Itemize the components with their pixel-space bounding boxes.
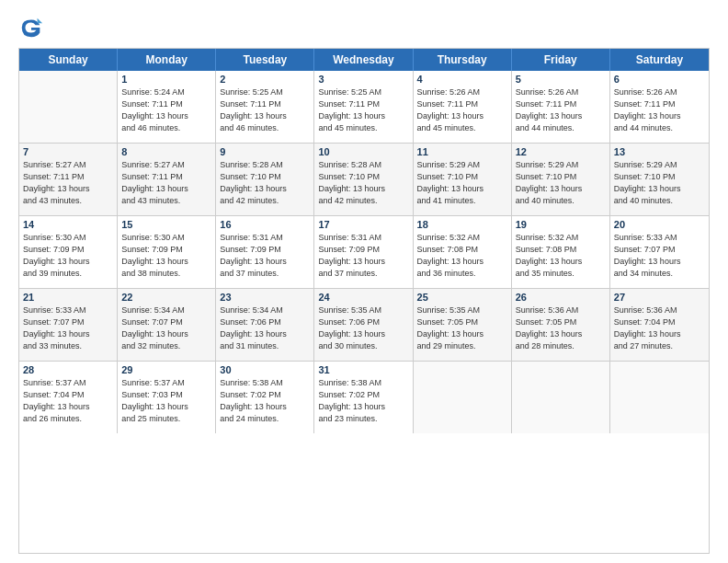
header [18,15,710,40]
cell-info-line: and 31 minutes. [220,340,310,352]
cal-cell: 31Sunrise: 5:38 AMSunset: 7:02 PMDayligh… [314,362,413,433]
cal-cell [19,71,118,143]
cell-info-line: Daylight: 13 hours [318,401,408,413]
cell-info-line: Sunrise: 5:32 AM [516,232,606,244]
cell-info-line: and 40 minutes. [516,195,606,207]
cell-info-line: Sunrise: 5:31 AM [220,232,310,244]
logo [18,15,48,40]
cell-info-line: and 44 minutes. [614,122,705,134]
cal-header-thursday: Thursday [414,49,512,71]
cell-info-line: Daylight: 13 hours [417,183,507,195]
day-number: 2 [220,74,310,85]
cell-info-line: and 24 minutes. [220,413,310,425]
cal-header-saturday: Saturday [610,49,709,71]
cell-info-line: and 33 minutes. [23,340,113,352]
cell-info-line: Sunset: 7:04 PM [614,316,705,328]
cal-week-4: 21Sunrise: 5:33 AMSunset: 7:07 PMDayligh… [19,289,709,362]
day-number: 13 [614,146,705,157]
cal-cell: 26Sunrise: 5:36 AMSunset: 7:05 PMDayligh… [512,289,610,361]
cell-info-line: Sunrise: 5:34 AM [220,304,310,316]
cell-info-line: Sunset: 7:02 PM [220,389,310,401]
cell-info-line: Sunset: 7:11 PM [220,98,310,110]
cell-info-line: Daylight: 13 hours [417,110,507,122]
cell-info-line: Daylight: 13 hours [23,183,113,195]
cell-info-line: Sunrise: 5:36 AM [614,304,705,316]
cell-info-line: and 23 minutes. [318,413,408,425]
cell-info-line: Daylight: 13 hours [318,328,408,340]
cell-info-line: Sunrise: 5:36 AM [516,304,606,316]
cell-info-line: Sunset: 7:10 PM [614,171,705,183]
cell-info-line: Daylight: 13 hours [516,328,606,340]
cell-info-line: Sunset: 7:06 PM [220,316,310,328]
cell-info-line: and 41 minutes. [417,195,507,207]
day-number: 26 [516,292,606,303]
cal-header-wednesday: Wednesday [314,49,413,71]
cell-info-line: Sunset: 7:05 PM [516,316,606,328]
cell-info-line: Daylight: 13 hours [220,401,310,413]
cal-cell: 19Sunrise: 5:32 AMSunset: 7:08 PMDayligh… [512,216,610,288]
cell-info-line: Sunset: 7:09 PM [23,244,113,256]
cell-info-line: and 37 minutes. [318,268,408,280]
cal-cell: 22Sunrise: 5:34 AMSunset: 7:07 PMDayligh… [118,289,216,361]
cell-info-line: Daylight: 13 hours [516,110,606,122]
cell-info-line: Sunrise: 5:25 AM [318,86,408,98]
cell-info-line: Sunrise: 5:37 AM [23,377,113,389]
page: SundayMondayTuesdayWednesdayThursdayFrid… [0,0,728,563]
cell-info-line: Sunset: 7:10 PM [220,171,310,183]
cal-cell: 24Sunrise: 5:35 AMSunset: 7:06 PMDayligh… [314,289,413,361]
cell-info-line: Daylight: 13 hours [220,256,310,268]
cell-info-line: and 45 minutes. [417,122,507,134]
cell-info-line: Sunset: 7:09 PM [318,244,408,256]
cal-cell: 9Sunrise: 5:28 AMSunset: 7:10 PMDaylight… [216,144,314,215]
cal-cell: 4Sunrise: 5:26 AMSunset: 7:11 PMDaylight… [414,71,512,143]
day-number: 10 [318,146,408,157]
cal-header-sunday: Sunday [19,49,118,71]
cal-cell: 14Sunrise: 5:30 AMSunset: 7:09 PMDayligh… [19,216,118,288]
cal-cell [414,362,512,433]
cell-info-line: Sunrise: 5:28 AM [318,159,408,171]
cal-cell: 30Sunrise: 5:38 AMSunset: 7:02 PMDayligh… [216,362,314,433]
cal-cell: 10Sunrise: 5:28 AMSunset: 7:10 PMDayligh… [314,144,413,215]
cell-info-line: Daylight: 13 hours [121,183,211,195]
cell-info-line: Daylight: 13 hours [318,183,408,195]
cal-header-monday: Monday [118,49,216,71]
cal-cell: 21Sunrise: 5:33 AMSunset: 7:07 PMDayligh… [19,289,118,361]
cal-week-5: 28Sunrise: 5:37 AMSunset: 7:04 PMDayligh… [19,362,709,433]
day-number: 31 [318,364,408,375]
cell-info-line: and 32 minutes. [121,340,211,352]
cell-info-line: Sunrise: 5:37 AM [121,377,211,389]
cell-info-line: and 29 minutes. [417,340,507,352]
cal-cell: 25Sunrise: 5:35 AMSunset: 7:05 PMDayligh… [414,289,512,361]
day-number: 7 [23,146,113,157]
day-number: 5 [516,74,606,85]
day-number: 29 [121,364,211,375]
cell-info-line: Sunrise: 5:38 AM [220,377,310,389]
cell-info-line: and 26 minutes. [23,413,113,425]
cell-info-line: Daylight: 13 hours [23,256,113,268]
day-number: 16 [220,219,310,230]
cal-cell: 23Sunrise: 5:34 AMSunset: 7:06 PMDayligh… [216,289,314,361]
day-number: 28 [23,364,113,375]
cell-info-line: Sunset: 7:09 PM [220,244,310,256]
cell-info-line: Sunset: 7:08 PM [417,244,507,256]
cell-info-line: Sunrise: 5:33 AM [614,232,705,244]
cell-info-line: Sunrise: 5:29 AM [614,159,705,171]
cell-info-line: Sunrise: 5:27 AM [121,159,211,171]
cal-cell: 7Sunrise: 5:27 AMSunset: 7:11 PMDaylight… [19,144,118,215]
cell-info-line: and 46 minutes. [121,122,211,134]
cell-info-line: Sunset: 7:11 PM [614,98,705,110]
cal-cell: 12Sunrise: 5:29 AMSunset: 7:10 PMDayligh… [512,144,610,215]
day-number: 25 [417,292,507,303]
cell-info-line: and 42 minutes. [318,195,408,207]
cell-info-line: and 27 minutes. [614,340,705,352]
cell-info-line: Daylight: 13 hours [121,110,211,122]
cell-info-line: and 28 minutes. [516,340,606,352]
cal-cell: 20Sunrise: 5:33 AMSunset: 7:07 PMDayligh… [610,216,709,288]
cell-info-line: Sunrise: 5:35 AM [417,304,507,316]
cell-info-line: Sunset: 7:11 PM [121,98,211,110]
cell-info-line: Sunset: 7:03 PM [121,389,211,401]
cell-info-line: and 36 minutes. [417,268,507,280]
cell-info-line: and 39 minutes. [23,268,113,280]
cell-info-line: Sunrise: 5:33 AM [23,304,113,316]
cal-cell: 3Sunrise: 5:25 AMSunset: 7:11 PMDaylight… [314,71,413,143]
